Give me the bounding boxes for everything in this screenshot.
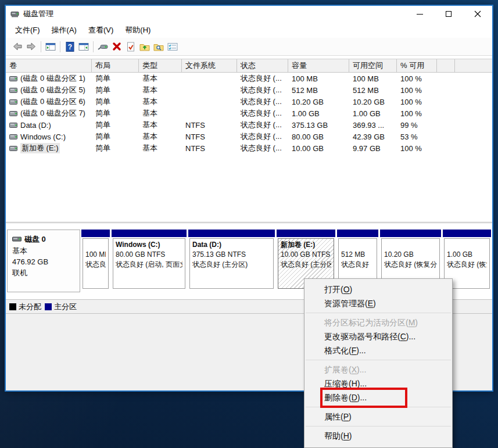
folder-search-icon[interactable]: [152, 40, 166, 53]
menu-help[interactable]: 帮助(H): [119, 23, 156, 38]
toolbar-separator: [93, 41, 94, 52]
disk-type: 基本: [12, 245, 76, 256]
volume-row-new-volume-e[interactable]: 新加卷 (E:) 简单 基本 NTFS 状态良好 (... 10.00 GB 9…: [6, 142, 492, 154]
column-header-empty: [437, 59, 455, 72]
menu-bar: 文件(F) 操作(A) 查看(V) 帮助(H): [6, 22, 492, 38]
partition-data-d[interactable]: Data (D:)375.13 GB NTFS状态良好 (主分区): [188, 230, 275, 290]
partition-color-strip: [277, 230, 335, 237]
disk-icon: [12, 236, 22, 243]
forward-icon[interactable]: [24, 40, 38, 53]
volume-icon: [9, 146, 17, 151]
partition-color-strip: [337, 230, 378, 237]
column-header-pct-free[interactable]: % 可用: [397, 59, 437, 72]
primary-partition-swatch: [45, 303, 52, 310]
volume-row-partition6[interactable]: (磁盘 0 磁盘分区 6) 简单 基本 状态良好 (... 10.20 GB 1…: [6, 96, 492, 107]
menu-separator: [306, 360, 451, 360]
close-button[interactable]: [463, 6, 492, 22]
app-icon: [10, 10, 20, 18]
column-header-capacity[interactable]: 容量: [288, 59, 349, 72]
red-highlight-box: [320, 388, 407, 408]
console-tree-icon[interactable]: [44, 40, 58, 53]
title-bar: 磁盘管理: [6, 6, 492, 22]
volume-list-section: 卷 布局 类型 文件系统 状态 容量 可用空间 % 可用 (磁盘 0 磁盘分区 …: [6, 56, 492, 221]
menu-item-change-letter[interactable]: 更改驱动器号和路径(C)...: [304, 329, 452, 343]
volume-icon: [9, 99, 17, 105]
folder-up-icon[interactable]: [138, 40, 152, 53]
menu-action[interactable]: 操作(A): [46, 23, 83, 38]
volume-icon: [9, 76, 17, 81]
menu-separator: [306, 426, 451, 427]
maximize-icon: [446, 11, 452, 17]
toolbar-separator: [60, 41, 60, 52]
column-header-volume[interactable]: 卷: [6, 59, 92, 72]
legend-unallocated: 未分配: [9, 302, 41, 312]
volume-icon: [9, 111, 17, 116]
volume-row-data-d[interactable]: Data (D:) 简单 基本 NTFS 状态良好 (... 375.13 GB…: [6, 119, 492, 131]
toolbar: ?: [6, 38, 492, 56]
menu-item-open[interactable]: 打开(O): [304, 282, 452, 296]
desktop: 磁盘管理 文件(F) 操作(A) 查看(V) 帮助(H): [0, 0, 498, 448]
delete-icon[interactable]: [110, 40, 124, 53]
unallocated-swatch: [9, 303, 16, 310]
column-header-status[interactable]: 状态: [237, 59, 288, 72]
check-document-icon[interactable]: [124, 40, 138, 53]
volume-row-partition1[interactable]: (磁盘 0 磁盘分区 1) 简单 基本 状态良好 (... 100 MB 100…: [6, 73, 492, 84]
partition-color-strip: [188, 230, 275, 237]
partition-windows-c[interactable]: Windows (C:)80.00 GB NTFS状态良好 (启动, 页面文件): [112, 230, 187, 290]
close-icon: [474, 10, 481, 17]
partition-system-100mb[interactable]: 100 MB状态良好 (系统): [81, 230, 110, 290]
column-header-free[interactable]: 可用空间: [349, 59, 397, 72]
menu-view[interactable]: 查看(V): [83, 23, 119, 38]
volume-table-header: 卷 布局 类型 文件系统 状态 容量 可用空间 % 可用: [6, 59, 492, 73]
disk-tool-icon[interactable]: [96, 40, 110, 53]
context-menu: 打开(O) 资源管理器(E) 将分区标记为活动分区(M) 更改驱动器号和路径(C…: [304, 278, 453, 448]
volume-row-partition7[interactable]: (磁盘 0 磁盘分区 7) 简单 基本 状态良好 (... 1.00 GB 1.…: [6, 107, 492, 119]
partition-color-strip: [443, 230, 491, 237]
svg-text:?: ?: [67, 42, 71, 51]
volume-icon: [9, 123, 17, 128]
minimize-button[interactable]: [405, 6, 434, 22]
menu-item-mark-active: 将分区标记为活动分区(M): [304, 316, 452, 329]
volume-icon: [9, 134, 17, 139]
maximize-button[interactable]: [434, 6, 463, 22]
menu-item-properties[interactable]: 属性(P): [304, 410, 452, 424]
volume-icon: [9, 88, 17, 93]
back-icon[interactable]: [10, 40, 24, 53]
minimize-icon: [417, 14, 423, 15]
column-header-filesystem[interactable]: 文件系统: [182, 59, 237, 72]
column-header-layout[interactable]: 布局: [92, 59, 139, 72]
column-header-type[interactable]: 类型: [139, 59, 182, 72]
menu-item-extend-volume: 扩展卷(X)...: [304, 363, 452, 377]
partition-color-strip: [81, 230, 110, 237]
toolbar-separator: [41, 41, 41, 52]
menu-separator: [306, 313, 451, 313]
volume-row-windows-c[interactable]: Windows (C:) 简单 基本 NTFS 状态良好 (... 80.00 …: [6, 131, 492, 142]
partition-color-strip: [380, 230, 441, 237]
properties-icon[interactable]: [166, 40, 180, 53]
help-icon[interactable]: ?: [63, 40, 77, 53]
disk-status: 联机: [12, 267, 76, 278]
menu-item-help[interactable]: 帮助(H): [304, 429, 452, 443]
column-header-filler: [455, 59, 492, 72]
menu-item-explorer[interactable]: 资源管理器(E): [304, 296, 452, 310]
disk-name: 磁盘 0: [24, 234, 46, 245]
action-pane-icon[interactable]: [77, 40, 91, 53]
disk0-panel[interactable]: 磁盘 0 基本 476.92 GB 联机: [7, 230, 80, 292]
partition-color-strip: [112, 230, 187, 237]
legend-primary-partition: 主分区: [45, 302, 77, 312]
menu-item-format[interactable]: 格式化(F)...: [304, 343, 452, 357]
volume-row-partition5[interactable]: (磁盘 0 磁盘分区 5) 简单 基本 状态良好 (... 512 MB 512…: [6, 84, 492, 96]
window-title: 磁盘管理: [23, 9, 53, 19]
disk-size: 476.92 GB: [12, 256, 76, 267]
menu-file[interactable]: 文件(F): [9, 23, 46, 38]
